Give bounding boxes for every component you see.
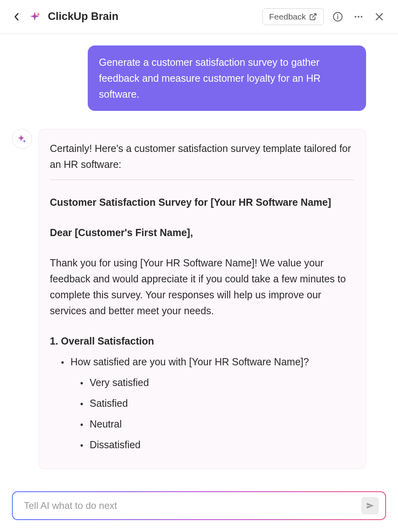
header-right: Feedback [262, 8, 386, 25]
option-item: Neutral [80, 416, 355, 432]
sparkle-logo-icon [29, 11, 41, 23]
header-left: ClickUp Brain [12, 10, 118, 23]
assistant-avatar [12, 129, 32, 149]
close-icon [374, 12, 384, 22]
question-item: How satisfied are you with [Your HR Soft… [61, 354, 355, 370]
more-button[interactable] [352, 10, 365, 24]
external-link-icon [309, 13, 317, 21]
survey-title: Customer Satisfaction Survey for [Your H… [50, 194, 355, 210]
chat-area: Generate a customer satisfaction survey … [0, 33, 398, 484]
close-button[interactable] [372, 10, 386, 24]
input-bar [12, 491, 386, 520]
page-title: ClickUp Brain [48, 10, 118, 23]
divider [50, 179, 355, 180]
assistant-message: Certainly! Here's a customer satisfactio… [38, 129, 366, 469]
survey-greeting: Dear [Customer's First Name], [50, 225, 355, 240]
assistant-intro: Certainly! Here's a customer satisfactio… [50, 140, 355, 172]
dots-horizontal-icon [353, 12, 364, 22]
input-inner [13, 492, 385, 519]
info-icon [333, 12, 343, 22]
chevron-left-icon [14, 12, 20, 22]
section-heading: 1. Overall Satisfaction [50, 333, 355, 349]
svg-point-3 [337, 14, 339, 15]
survey-thank-you: Thank you for using [Your HR Software Na… [50, 255, 355, 319]
header: ClickUp Brain Feedback [0, 0, 398, 33]
svg-line-0 [312, 14, 316, 17]
assistant-row: Certainly! Here's a customer satisfactio… [12, 129, 366, 469]
feedback-label: Feedback [269, 12, 306, 22]
option-list: Very satisfied Satisfied Neutral Dissati… [61, 374, 355, 453]
send-icon [366, 501, 374, 510]
info-button[interactable] [331, 10, 345, 24]
back-button[interactable] [12, 10, 22, 23]
feedback-button[interactable]: Feedback [262, 8, 324, 25]
question-list: How satisfied are you with [Your HR Soft… [50, 354, 355, 453]
send-button[interactable] [361, 497, 379, 514]
svg-point-6 [361, 16, 362, 17]
option-item: Dissatisfied [80, 437, 355, 453]
option-item: Satisfied [80, 395, 355, 411]
sparkle-icon [17, 134, 27, 144]
user-message: Generate a customer satisfaction survey … [88, 45, 366, 111]
svg-point-4 [355, 16, 356, 17]
option-item: Very satisfied [80, 374, 355, 390]
svg-point-5 [358, 16, 359, 17]
chat-input[interactable] [24, 500, 361, 511]
